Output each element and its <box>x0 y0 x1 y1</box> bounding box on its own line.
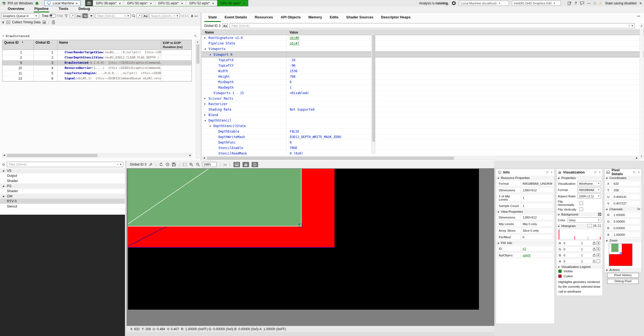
pin-icon[interactable] <box>149 163 152 166</box>
scroll-left-icon[interactable]: ◀ <box>3 154 5 156</box>
section-channels[interactable]: ◢Channels 0x <box>604 207 642 211</box>
channel-max[interactable]: 1 <box>579 260 592 263</box>
search-regex-button[interactable]: .* <box>136 13 142 18</box>
state-row[interactable]: ◢DepthStencilState <box>202 123 644 129</box>
close-icon[interactable]: × <box>243 2 245 5</box>
step-back-icon[interactable]: |◁ <box>224 163 226 166</box>
gear-icon[interactable]: ⚙ <box>2 163 5 167</box>
state-row[interactable]: TopLeftX-16 <box>202 57 644 63</box>
state-row[interactable]: DepthWriteMaskD3D12_DEPTH_WRITE_MASK_ZER… <box>202 134 644 140</box>
tab-edits[interactable]: Edits <box>326 13 342 22</box>
collapse-panel-icon[interactable]: ∧ <box>191 14 193 18</box>
pipeline-group-om[interactable]: ◢OM <box>0 194 125 199</box>
close-icon[interactable]: × <box>181 2 183 5</box>
tab-descriptor-heaps[interactable]: Descriptor Heaps <box>377 13 415 22</box>
column-header-global-id[interactable]: Global ID <box>34 40 57 50</box>
tab-resources[interactable]: Resources <box>251 13 277 22</box>
match-case-button[interactable]: Aa <box>222 23 228 28</box>
boxed-play-icon[interactable] <box>6 21 10 24</box>
tab-gpu-51-wpix-[interactable]: GPU 51.wpix*× <box>155 0 186 6</box>
filter-funnel-icon[interactable] <box>65 14 68 18</box>
panel-menu-icon[interactable]: ▽ <box>594 170 596 174</box>
close-icon[interactable]: × <box>212 2 214 5</box>
chevron-down-icon[interactable]: ▼ <box>119 163 122 166</box>
chart-icon[interactable] <box>43 21 46 24</box>
state-row[interactable]: Width1536 <box>202 68 644 74</box>
menu-item-tools[interactable]: Tools <box>58 6 69 12</box>
comment-icon[interactable] <box>580 1 584 5</box>
flag-filter-button[interactable]: ⚑ <box>89 13 94 18</box>
channel-min[interactable]: 0 <box>562 260 579 263</box>
scroll-down-icon[interactable]: ▼ <box>640 155 643 158</box>
state-row[interactable]: MaxDepth1 <box>202 85 644 90</box>
match-case-button[interactable]: Aa <box>76 13 81 18</box>
debug-pixel-button[interactable]: Debug Pixel <box>607 279 639 284</box>
menu-item-debug[interactable]: Debug <box>78 6 91 12</box>
menu-item-overview[interactable]: Overview <box>7 6 25 12</box>
channel-checkbox[interactable] <box>596 259 600 263</box>
section-histogram[interactable]: ◢Histogram ↔ [0,1] <box>556 224 603 228</box>
feedback-icon[interactable] <box>568 1 572 5</box>
column-header-name[interactable]: Name <box>57 40 161 50</box>
gpu-dropdown[interactable]: Intel(R) UHD Graphics 630 ▼ <box>512 1 561 6</box>
record-icon[interactable] <box>452 1 456 5</box>
viewer-canvas[interactable] <box>127 168 494 326</box>
scroll-up-icon[interactable]: ▲ <box>640 24 643 28</box>
state-horizontal-scrollbar[interactable]: ◀ ▶ <box>202 156 639 160</box>
find-next-icon[interactable]: ▷| <box>181 14 184 17</box>
pipeline-item-output[interactable]: Output <box>0 173 125 178</box>
pipeline-item-stencil[interactable]: Stencil <box>0 204 125 209</box>
lock-icon[interactable] <box>592 241 596 245</box>
format-select[interactable]: R8G8B8A8▼ <box>578 187 601 192</box>
flip-horizontal-checkbox[interactable] <box>579 201 583 205</box>
section-background[interactable]: ◢Background <box>556 212 603 216</box>
events-horizontal-scrollbar[interactable]: ◀ ▶ <box>2 153 192 157</box>
state-row[interactable]: StencilEnableTRUE <box>202 145 644 151</box>
state-row[interactable]: StencilReadMask0 (0x0) <box>202 151 644 156</box>
column-header-duration[interactable]: EOP to EOP Duration (ns) <box>161 40 191 50</box>
tree-flat-toggle[interactable] <box>49 14 56 18</box>
channel-max[interactable]: 1 <box>579 242 592 245</box>
state-row[interactable]: MinDepth0 <box>202 79 644 85</box>
background-color-select[interactable]: Grey▼ <box>568 217 601 223</box>
event-row[interactable]: 136Signal(obj#5,1) {this->ID3D12CommandQ… <box>2 76 191 81</box>
menu-item-pipeline[interactable]: Pipeline <box>34 6 49 12</box>
history-icon[interactable] <box>166 163 169 166</box>
minimize-panel-icon[interactable]: — <box>194 14 198 18</box>
capture-camera-icon[interactable] <box>85 0 93 6</box>
maximize-icon[interactable]: □ <box>594 1 596 5</box>
pipeline-item-shader[interactable]: Shader <box>0 189 125 194</box>
render-target-image[interactable] <box>128 169 479 310</box>
pipeline-group-ps[interactable]: ◢PS <box>0 184 125 189</box>
event-filter-field[interactable]: × ▼ <box>95 13 131 18</box>
find-prev-icon[interactable]: |◁ <box>185 14 188 17</box>
visualization-select[interactable]: Wireframe▼ <box>578 181 601 186</box>
event-search-field[interactable]: × ▼ <box>149 13 180 18</box>
panel-vertical-scrollbar[interactable]: ▲ ▼ <box>640 24 643 159</box>
state-row[interactable]: ◢Viewport 0 <box>202 52 644 57</box>
state-row[interactable]: Shading RateNot Supported <box>202 107 644 112</box>
tab-memory[interactable]: Memory <box>305 13 326 22</box>
refresh-icon[interactable] <box>159 163 163 166</box>
chevron-down-icon[interactable]: ▼ <box>127 15 129 17</box>
machine-dropdown[interactable]: Local Machine (localhost) ▼ <box>459 1 509 6</box>
section-properties[interactable]: ◢Properties <box>556 176 603 180</box>
pipeline-filter-field[interactable]: × ▼ <box>7 162 123 167</box>
channel-min[interactable]: 0 <box>562 248 579 251</box>
state-filter-field[interactable]: × ▼ <box>230 23 635 28</box>
close-icon[interactable]: × <box>638 170 640 174</box>
gpu-filter-button[interactable]: !G <box>82 13 88 18</box>
channel-max[interactable]: 1 <box>579 248 592 251</box>
channel-checkbox[interactable]: × <box>596 253 600 257</box>
close-icon[interactable]: × <box>76 2 77 5</box>
section-resource-properties[interactable]: ◢Resource Properties <box>496 176 554 180</box>
panel-menu-icon[interactable]: ▽ <box>633 170 635 174</box>
state-row[interactable]: ◢DepthStencil <box>202 118 644 123</box>
section-zoom[interactable]: ◢Zoom <box>604 238 642 242</box>
state-row[interactable]: DepthFunc0 <box>202 140 644 145</box>
event-row[interactable]: 22ClearDepthStencilView(res#2,D3D12_CLEA… <box>2 55 191 60</box>
state-vertical-scrollbar[interactable] <box>371 34 375 154</box>
close-icon[interactable]: × <box>119 2 121 5</box>
value-column-header[interactable]: Value <box>286 30 371 34</box>
info-value-text[interactable]: obj#8 <box>523 254 530 257</box>
